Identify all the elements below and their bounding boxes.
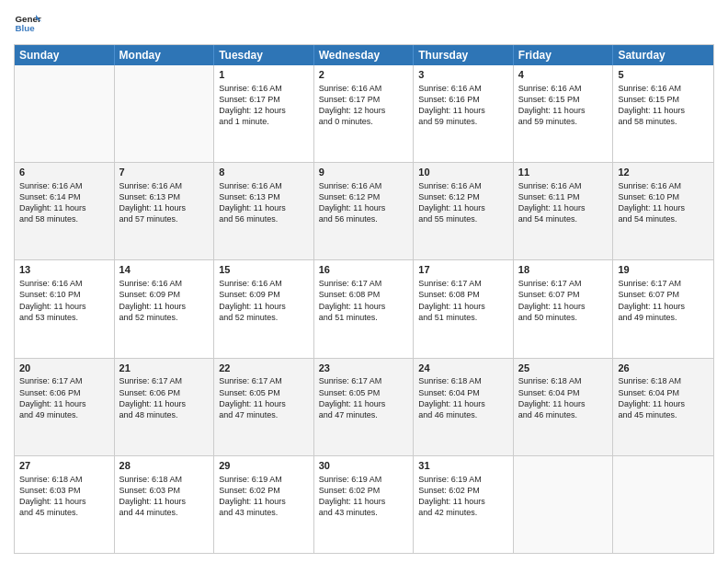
calendar-cell: 24Sunrise: 6:18 AM Sunset: 6:04 PM Dayli… (414, 359, 514, 455)
day-number: 29 (219, 459, 309, 473)
calendar-cell: 16Sunrise: 6:17 AM Sunset: 6:08 PM Dayli… (314, 260, 415, 357)
logo-icon: General Blue (14, 9, 41, 37)
weekday-header: Sunday (15, 45, 115, 65)
calendar-cell: 14Sunrise: 6:16 AM Sunset: 6:09 PM Dayli… (115, 260, 215, 357)
calendar-cell (514, 456, 614, 553)
day-info: Sunrise: 6:16 AM Sunset: 6:13 PM Dayligh… (219, 180, 309, 225)
calendar-cell: 29Sunrise: 6:19 AM Sunset: 6:02 PM Dayli… (214, 456, 314, 553)
day-info: Sunrise: 6:16 AM Sunset: 6:13 PM Dayligh… (119, 180, 210, 225)
calendar-cell: 23Sunrise: 6:17 AM Sunset: 6:05 PM Dayli… (314, 359, 415, 455)
svg-text:Blue: Blue (16, 23, 36, 33)
weekday-header: Friday (514, 45, 614, 65)
calendar-header: SundayMondayTuesdayWednesdayThursdayFrid… (15, 45, 713, 65)
day-number: 18 (518, 263, 609, 277)
day-info: Sunrise: 6:17 AM Sunset: 6:07 PM Dayligh… (518, 278, 609, 323)
calendar-cell: 19Sunrise: 6:17 AM Sunset: 6:07 PM Dayli… (613, 260, 713, 357)
day-number: 7 (119, 166, 210, 179)
calendar-cell: 22Sunrise: 6:17 AM Sunset: 6:05 PM Dayli… (214, 359, 314, 455)
calendar-cell: 31Sunrise: 6:19 AM Sunset: 6:02 PM Dayli… (414, 456, 514, 553)
day-info: Sunrise: 6:16 AM Sunset: 6:17 PM Dayligh… (319, 83, 409, 128)
day-info: Sunrise: 6:19 AM Sunset: 6:02 PM Dayligh… (319, 474, 409, 519)
page: General Blue SundayMondayTuesdayWednesda… (0, 0, 728, 563)
calendar-row: 6Sunrise: 6:16 AM Sunset: 6:14 PM Daylig… (15, 162, 713, 259)
calendar-cell: 5Sunrise: 6:16 AM Sunset: 6:15 PM Daylig… (613, 65, 713, 162)
day-number: 22 (219, 362, 309, 375)
day-info: Sunrise: 6:16 AM Sunset: 6:09 PM Dayligh… (119, 278, 210, 323)
calendar-row: 1Sunrise: 6:16 AM Sunset: 6:17 PM Daylig… (15, 65, 713, 162)
day-info: Sunrise: 6:19 AM Sunset: 6:02 PM Dayligh… (219, 474, 309, 519)
day-number: 14 (119, 263, 210, 277)
calendar-cell: 21Sunrise: 6:17 AM Sunset: 6:06 PM Dayli… (115, 359, 215, 455)
day-info: Sunrise: 6:17 AM Sunset: 6:06 PM Dayligh… (119, 375, 210, 420)
day-info: Sunrise: 6:18 AM Sunset: 6:04 PM Dayligh… (518, 375, 609, 420)
calendar-cell: 9Sunrise: 6:16 AM Sunset: 6:12 PM Daylig… (314, 163, 415, 259)
day-info: Sunrise: 6:18 AM Sunset: 6:03 PM Dayligh… (19, 474, 109, 519)
day-info: Sunrise: 6:16 AM Sunset: 6:15 PM Dayligh… (618, 83, 709, 128)
day-info: Sunrise: 6:17 AM Sunset: 6:07 PM Dayligh… (618, 278, 709, 323)
calendar-cell: 17Sunrise: 6:17 AM Sunset: 6:08 PM Dayli… (414, 260, 514, 357)
day-number: 5 (618, 68, 709, 82)
calendar-cell: 27Sunrise: 6:18 AM Sunset: 6:03 PM Dayli… (15, 456, 115, 553)
calendar-cell (613, 456, 713, 553)
day-number: 6 (19, 166, 109, 179)
day-number: 9 (319, 166, 409, 179)
day-info: Sunrise: 6:16 AM Sunset: 6:09 PM Dayligh… (219, 278, 309, 323)
calendar-cell: 30Sunrise: 6:19 AM Sunset: 6:02 PM Dayli… (314, 456, 415, 553)
calendar-body: 1Sunrise: 6:16 AM Sunset: 6:17 PM Daylig… (15, 65, 713, 553)
day-number: 12 (618, 166, 709, 179)
day-info: Sunrise: 6:18 AM Sunset: 6:03 PM Dayligh… (119, 474, 210, 519)
day-info: Sunrise: 6:17 AM Sunset: 6:08 PM Dayligh… (319, 278, 409, 323)
calendar-cell (15, 65, 115, 162)
calendar-cell: 3Sunrise: 6:16 AM Sunset: 6:16 PM Daylig… (414, 65, 514, 162)
calendar-cell (115, 65, 215, 162)
calendar-cell: 6Sunrise: 6:16 AM Sunset: 6:14 PM Daylig… (15, 163, 115, 259)
day-number: 8 (219, 166, 309, 179)
day-info: Sunrise: 6:16 AM Sunset: 6:12 PM Dayligh… (418, 180, 508, 225)
calendar-cell: 13Sunrise: 6:16 AM Sunset: 6:10 PM Dayli… (15, 260, 115, 357)
day-info: Sunrise: 6:16 AM Sunset: 6:15 PM Dayligh… (518, 83, 609, 128)
calendar-row: 13Sunrise: 6:16 AM Sunset: 6:10 PM Dayli… (15, 259, 713, 357)
weekday-header: Thursday (414, 45, 514, 65)
calendar-cell: 7Sunrise: 6:16 AM Sunset: 6:13 PM Daylig… (115, 163, 215, 259)
day-info: Sunrise: 6:17 AM Sunset: 6:08 PM Dayligh… (418, 278, 508, 323)
day-number: 26 (618, 362, 709, 375)
day-number: 19 (618, 263, 709, 277)
calendar-cell: 2Sunrise: 6:16 AM Sunset: 6:17 PM Daylig… (314, 65, 415, 162)
calendar-cell: 18Sunrise: 6:17 AM Sunset: 6:07 PM Dayli… (514, 260, 614, 357)
day-number: 27 (19, 459, 109, 473)
day-number: 11 (518, 166, 609, 179)
day-number: 1 (219, 68, 309, 82)
day-info: Sunrise: 6:16 AM Sunset: 6:12 PM Dayligh… (319, 180, 409, 225)
day-info: Sunrise: 6:19 AM Sunset: 6:02 PM Dayligh… (418, 474, 508, 519)
day-info: Sunrise: 6:16 AM Sunset: 6:11 PM Dayligh… (518, 180, 609, 225)
calendar-cell: 11Sunrise: 6:16 AM Sunset: 6:11 PM Dayli… (514, 163, 614, 259)
day-number: 28 (119, 459, 210, 473)
day-number: 23 (319, 362, 409, 375)
day-number: 31 (418, 459, 508, 473)
header: General Blue (14, 9, 714, 37)
day-number: 15 (219, 263, 309, 277)
day-info: Sunrise: 6:16 AM Sunset: 6:17 PM Dayligh… (219, 83, 309, 128)
calendar-cell: 28Sunrise: 6:18 AM Sunset: 6:03 PM Dayli… (115, 456, 215, 553)
day-number: 3 (418, 68, 508, 82)
day-number: 13 (19, 263, 109, 277)
day-number: 25 (518, 362, 609, 375)
calendar-row: 20Sunrise: 6:17 AM Sunset: 6:06 PM Dayli… (15, 358, 713, 455)
day-info: Sunrise: 6:16 AM Sunset: 6:14 PM Dayligh… (19, 180, 109, 225)
day-info: Sunrise: 6:18 AM Sunset: 6:04 PM Dayligh… (618, 375, 709, 420)
calendar-cell: 20Sunrise: 6:17 AM Sunset: 6:06 PM Dayli… (15, 359, 115, 455)
day-number: 21 (119, 362, 210, 375)
day-number: 2 (319, 68, 409, 82)
day-number: 10 (418, 166, 508, 179)
calendar-cell: 1Sunrise: 6:16 AM Sunset: 6:17 PM Daylig… (214, 65, 314, 162)
calendar-cell: 15Sunrise: 6:16 AM Sunset: 6:09 PM Dayli… (214, 260, 314, 357)
day-number: 17 (418, 263, 508, 277)
day-number: 4 (518, 68, 609, 82)
calendar-cell: 12Sunrise: 6:16 AM Sunset: 6:10 PM Dayli… (613, 163, 713, 259)
weekday-header: Monday (115, 45, 215, 65)
weekday-header: Tuesday (214, 45, 314, 65)
calendar: SundayMondayTuesdayWednesdayThursdayFrid… (14, 44, 714, 554)
day-info: Sunrise: 6:16 AM Sunset: 6:10 PM Dayligh… (618, 180, 709, 225)
calendar-cell: 8Sunrise: 6:16 AM Sunset: 6:13 PM Daylig… (214, 163, 314, 259)
day-number: 24 (418, 362, 508, 375)
